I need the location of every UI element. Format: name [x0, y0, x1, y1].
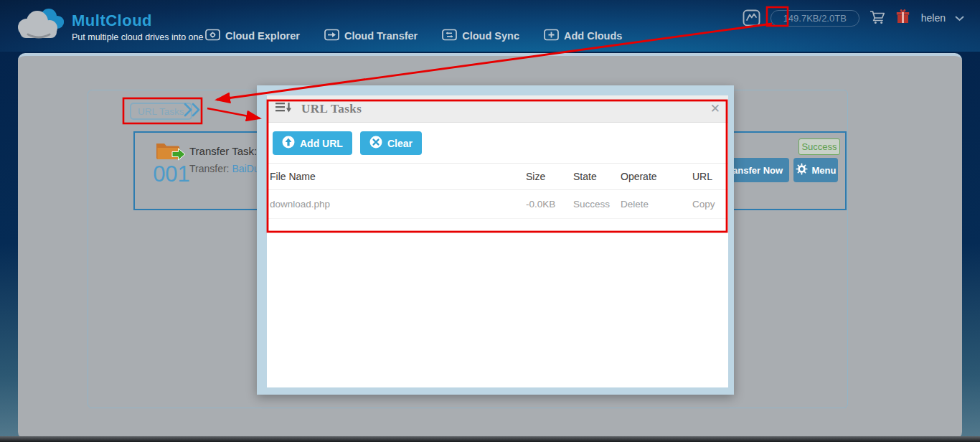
cloud-explorer-icon	[205, 29, 220, 43]
username[interactable]: helen	[921, 12, 946, 24]
multcloud-app: MultCloud Put multiple cloud drives into…	[0, 0, 980, 442]
nav-cloud-transfer[interactable]: Cloud Transfer	[324, 29, 418, 43]
col-size: Size	[523, 164, 570, 190]
task-title: Transfer Task: T	[189, 145, 266, 157]
user-chevron-down-icon[interactable]	[955, 11, 964, 24]
cloud-sync-icon	[442, 29, 457, 43]
table-row: download.php -0.0KB Success Delete Copy	[267, 190, 728, 219]
nav-cloud-explorer[interactable]: Cloud Explorer	[205, 29, 300, 43]
col-url: URL	[689, 164, 728, 190]
menu-button[interactable]: Menu	[793, 158, 838, 182]
table-header-row: File Name Size State Operate URL	[267, 164, 728, 190]
brand-name: MultCloud	[72, 11, 203, 30]
clear-x-icon	[369, 136, 382, 151]
col-state: State	[570, 164, 618, 190]
copy-link[interactable]: Copy	[689, 190, 728, 219]
list-download-icon	[275, 101, 293, 117]
clear-button[interactable]: Clear	[360, 131, 422, 155]
cart-icon[interactable]	[869, 9, 886, 28]
nav-label: Cloud Transfer	[344, 30, 418, 42]
brand-tagline: Put multiple cloud drives into one	[72, 32, 203, 42]
close-icon[interactable]: ✕	[710, 103, 720, 115]
brand[interactable]: MultCloud Put multiple cloud drives into…	[13, 6, 203, 47]
multcloud-logo-icon	[13, 6, 66, 47]
double-chevron-right-icon[interactable]	[182, 102, 204, 121]
col-operate: Operate	[618, 164, 689, 190]
modal-toolbar: Add URL Clear	[267, 123, 728, 163]
nav-label: Add Clouds	[564, 30, 622, 42]
add-clouds-icon	[544, 29, 559, 43]
gear-icon	[796, 163, 808, 177]
main-nav: Cloud Explorer Cloud Transfer	[205, 29, 622, 43]
url-tasks-modal: URL Tasks ✕ Add URL	[257, 85, 734, 395]
task-activity-icon[interactable]	[743, 9, 761, 27]
upload-arrow-icon	[282, 136, 295, 151]
modal-header: URL Tasks ✕	[267, 95, 728, 123]
storage-usage-pill[interactable]: 149.7KB/2.0TB	[771, 10, 859, 27]
nav-cloud-sync[interactable]: Cloud Sync	[442, 29, 519, 43]
col-file-name: File Name	[267, 164, 523, 190]
cell-file-name: download.php	[267, 190, 523, 219]
task-transfer-path: Transfer: BaiDu\ |	[189, 163, 268, 174]
nav-label: Cloud Sync	[462, 30, 519, 42]
gift-icon[interactable]	[895, 9, 910, 27]
footer-strip	[0, 436, 980, 442]
add-url-button[interactable]: Add URL	[273, 131, 352, 155]
task-number: 001	[151, 161, 192, 187]
cell-size: -0.0KB	[523, 190, 570, 219]
url-tasks-table: File Name Size State Operate URL downloa…	[267, 163, 728, 219]
nav-label: Cloud Explorer	[225, 30, 300, 42]
nav-add-clouds[interactable]: Add Clouds	[544, 29, 622, 43]
cloud-transfer-icon	[324, 29, 339, 43]
navbar-right: 149.7KB/2.0TB helen	[743, 8, 964, 28]
status-badge: Success	[798, 138, 840, 155]
top-navbar: MultCloud Put multiple cloud drives into…	[0, 0, 980, 52]
delete-link[interactable]: Delete	[618, 190, 689, 219]
cell-state: Success	[570, 190, 618, 219]
modal-title: URL Tasks	[301, 102, 362, 116]
